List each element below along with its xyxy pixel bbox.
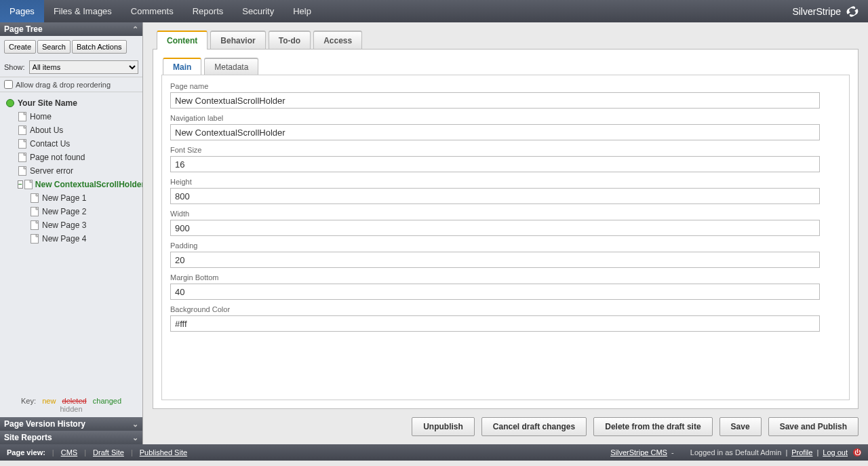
margin-bottom-input[interactable] [170,284,820,300]
page-icon [30,233,39,244]
product-link[interactable]: SilverStripe CMS [610,448,667,457]
show-select[interactable]: All items [29,60,138,74]
page-version-history-header[interactable]: Page Version History ⌄ [0,417,142,431]
draft-site-link[interactable]: Draft Site [93,448,124,457]
subtab-metadata[interactable]: Metadata [204,58,258,75]
logout-icon[interactable]: ⏻ [853,448,861,457]
page-icon [24,179,33,190]
tree-key: Key: new deleted changed hidden [0,393,142,417]
svg-point-0 [7,100,14,107]
cms-link[interactable]: CMS [61,448,77,457]
content-area: Content Behavior To-do Access Main Metad… [143,22,868,444]
menu-pages[interactable]: Pages [0,0,44,22]
background-color-input[interactable] [170,315,820,332]
page-icon [18,152,27,163]
globe-icon [5,98,15,109]
font-size-label: Font Size [170,146,841,154]
published-site-link[interactable]: Published Site [140,448,187,457]
search-button[interactable]: Search [37,40,71,54]
expand-icon: ⌄ [132,420,138,429]
action-buttons: Unpublish Cancel draft changes Delete fr… [153,409,859,436]
page-icon [18,125,27,136]
tree-item[interactable]: Contact Us [15,137,140,151]
tree-item[interactable]: New Page 4 [27,232,140,246]
margin-bottom-label: Margin Bottom [170,273,841,281]
tree-item[interactable]: Home [15,110,140,123]
width-label: Width [170,210,841,218]
padding-input[interactable] [170,252,820,268]
navigation-label-input[interactable] [170,124,820,140]
subtab-main[interactable]: Main [163,58,201,75]
secondary-tabs: Main Metadata [163,58,850,75]
height-label: Height [170,178,841,186]
tree-item[interactable]: New Page 3 [27,218,140,232]
primary-tabs: Content Behavior To-do Access [157,31,859,50]
tree-item-selected[interactable]: − New ContextualScrollHolder [15,178,140,191]
tree-item[interactable]: New Page 2 [27,205,140,218]
site-reports-header[interactable]: Site Reports ⌄ [0,431,142,444]
tree-item[interactable]: Page not found [15,151,140,164]
allow-drag-label: Allow drag & drop reordering [16,81,111,89]
expand-icon: ⌄ [132,433,138,442]
allow-drag-row[interactable]: Allow drag & drop reordering [0,77,142,92]
logged-in-label: Logged in as Default Admin [690,448,782,457]
sidebar: Page Tree ⌃ Create Search Batch Actions … [0,22,143,444]
form-area: Page name Navigation label Font Size Hei… [161,75,850,400]
tab-todo[interactable]: To-do [269,31,311,50]
tab-content[interactable]: Content [157,31,208,50]
delete-draft-button[interactable]: Delete from the draft site [593,417,712,436]
menu-comments[interactable]: Comments [121,0,183,22]
page-view-label: Page view: [7,448,45,457]
page-tree: Your Site Name Home About Us Contact Us [0,92,142,393]
tree-root[interactable]: Your Site Name [3,96,140,110]
silverstripe-icon [845,5,860,18]
tab-access[interactable]: Access [313,31,362,50]
dash: - [671,448,674,457]
tree-collapse-icon[interactable]: − [18,180,23,189]
panel-body: Main Metadata Page name Navigation label… [153,49,859,409]
page-icon [30,206,39,217]
show-label: Show: [4,63,25,71]
allow-drag-checkbox[interactable] [4,80,13,89]
brand-logo: SilverStripe [792,5,860,18]
page-icon [18,111,27,122]
tree-item[interactable]: Server error [15,164,140,178]
height-input[interactable] [170,188,820,204]
menu-files-images[interactable]: Files & Images [44,0,121,22]
save-button[interactable]: Save [719,417,762,436]
font-size-input[interactable] [170,156,820,172]
width-input[interactable] [170,220,820,236]
menu-reports[interactable]: Reports [183,0,233,22]
top-menu: Pages Files & Images Comments Reports Se… [0,0,868,22]
status-bar: Page view: | CMS | Draft Site | Publishe… [0,444,868,461]
page-name-label: Page name [170,82,841,90]
tab-behavior[interactable]: Behavior [210,31,265,50]
cancel-draft-button[interactable]: Cancel draft changes [481,417,587,436]
show-row: Show: All items [0,58,142,77]
background-color-label: Background Color [170,305,841,313]
tree-item[interactable]: New Page 1 [27,191,140,205]
tree-item[interactable]: About Us [15,123,140,137]
profile-link[interactable]: Profile [791,448,812,457]
menu-help[interactable]: Help [283,0,321,22]
save-publish-button[interactable]: Save and Publish [768,417,859,436]
unpublish-button[interactable]: Unpublish [412,417,475,436]
padding-label: Padding [170,241,841,250]
navigation-label-label: Navigation label [170,114,841,122]
create-button[interactable]: Create [4,40,36,54]
page-icon [18,138,27,149]
collapse-icon: ⌃ [132,25,138,34]
page-tree-header[interactable]: Page Tree ⌃ [0,22,142,36]
page-icon [18,166,27,176]
batch-actions-button[interactable]: Batch Actions [72,40,127,54]
page-name-input[interactable] [170,92,820,109]
page-icon [30,220,39,231]
menu-security[interactable]: Security [233,0,283,22]
page-icon [30,193,39,203]
logout-link[interactable]: Log out [823,448,848,457]
sidebar-toolbar: Create Search Batch Actions [0,36,142,58]
